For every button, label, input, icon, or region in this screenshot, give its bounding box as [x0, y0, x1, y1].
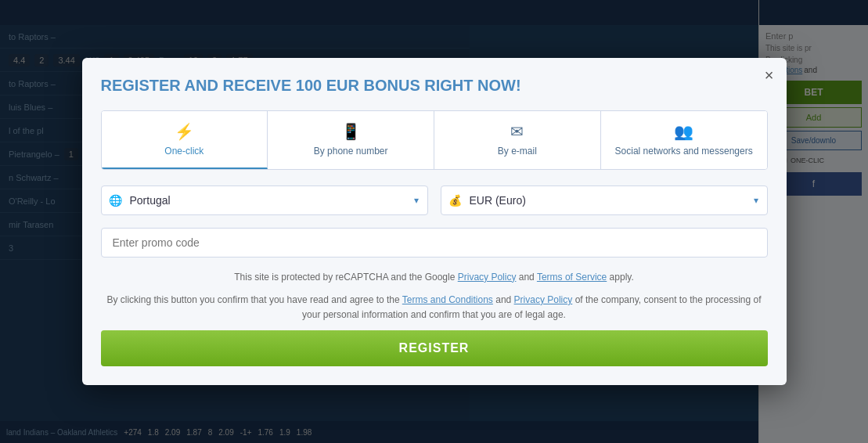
tab-email-label: By e-mail [498, 146, 537, 157]
tab-one-click[interactable]: ⚡ One-click [102, 111, 268, 169]
social-icon: 👥 [674, 122, 693, 141]
currency-select-wrap: 💰 EUR (Euro) ▾ [441, 185, 768, 215]
globe-icon: 🌐 [109, 194, 122, 207]
currency-select[interactable]: EUR (Euro) [441, 185, 768, 215]
title-bonus: 100 EUR BONUS RIGHT NOW! [296, 77, 521, 94]
recaptcha-legal: This site is protected by reCAPTCHA and … [101, 270, 768, 285]
title-static: REGISTER AND RECEIVE [101, 77, 296, 94]
currency-icon: 💰 [448, 194, 462, 207]
tab-one-click-label: One-click [164, 146, 203, 157]
registration-modal: × REGISTER AND RECEIVE 100 EUR BONUS RIG… [82, 58, 787, 386]
country-select[interactable]: Portugal [101, 185, 428, 215]
consent-legal: By clicking this button you confirm that… [101, 293, 768, 322]
country-select-wrap: 🌐 Portugal ▾ [101, 185, 428, 215]
tab-social[interactable]: 👥 Social networks and messengers [601, 111, 767, 169]
phone-icon: 📱 [341, 122, 361, 141]
email-icon: ✉ [510, 122, 524, 141]
close-button[interactable]: × [765, 67, 774, 83]
promo-input[interactable] [101, 228, 768, 258]
registration-tabs: ⚡ One-click 📱 By phone number ✉ By e-mai… [101, 110, 768, 170]
privacy-policy-link[interactable]: Privacy Policy [458, 272, 517, 283]
tab-phone[interactable]: 📱 By phone number [268, 111, 434, 169]
terms-of-service-link[interactable]: Terms of Service [537, 272, 607, 283]
form-row-selects: 🌐 Portugal ▾ 💰 EUR (Euro) ▾ [101, 185, 768, 215]
promo-wrap [101, 228, 768, 258]
register-button[interactable]: REGISTER [101, 330, 768, 366]
tab-phone-label: By phone number [314, 146, 388, 157]
bolt-icon: ⚡ [175, 122, 194, 141]
tab-email[interactable]: ✉ By e-mail [434, 111, 601, 169]
privacy-link[interactable]: Privacy Policy [514, 294, 573, 305]
tab-social-label: Social networks and messengers [615, 146, 753, 157]
terms-conditions-link[interactable]: Terms and Conditions [402, 294, 493, 305]
modal-overlay: × REGISTER AND RECEIVE 100 EUR BONUS RIG… [0, 0, 868, 443]
modal-title: REGISTER AND RECEIVE 100 EUR BONUS RIGHT… [101, 77, 768, 95]
